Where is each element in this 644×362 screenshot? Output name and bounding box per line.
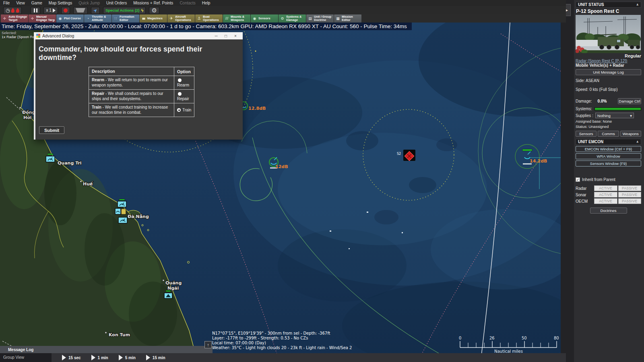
mission-editor-icon: ▦	[335, 17, 341, 21]
formation-editor-button[interactable]: ∷ FormationEditor	[112, 14, 139, 23]
flame-icon-2[interactable]	[16, 8, 19, 13]
mission-editor-button[interactable]: ▦ MissionEditor	[334, 14, 361, 23]
pause-button[interactable]	[31, 7, 40, 14]
mounts-weapons-button[interactable]: /// Mounts &Weapons	[223, 14, 250, 23]
interval-15sec-label: 15 sec	[68, 356, 81, 360]
boat-operations-button[interactable]: ⚓ BoatOperations	[195, 14, 223, 23]
record-button[interactable]	[61, 7, 70, 14]
oecm-passive-button[interactable]: PASSIVE	[618, 198, 642, 204]
interval-15min-label: 15 min	[153, 356, 165, 360]
view-mode-button[interactable]	[73, 7, 88, 14]
panel-gutter: ▶	[561, 0, 574, 362]
plot-course-button[interactable]: ◉ Plot Course	[56, 14, 84, 23]
tab-weapons[interactable]: Weapons	[620, 131, 641, 137]
unit-group-doctrine-button[interactable]: ▤ Unit / GroupDoctrine	[306, 14, 334, 23]
db-label-12: 12dB	[275, 164, 288, 169]
doctrines-button[interactable]: Doctrines	[590, 208, 627, 214]
wra-window-button[interactable]: WRA Window	[576, 153, 641, 159]
message-log-expand-button[interactable]: ↑	[204, 341, 212, 348]
interval-5min-button[interactable]: 5 min	[119, 353, 136, 362]
city-label-dong-hoi: Đồng	[22, 110, 35, 115]
systems-damage-button[interactable]: ⚙ Systems &Damage	[279, 14, 306, 23]
radar-passive-button[interactable]: PASSIVE	[618, 185, 642, 191]
train-radio[interactable]	[177, 108, 181, 112]
manual-engage-target-button[interactable]: ✛ ManualEngage Target	[29, 14, 56, 23]
unit-status-header[interactable]: UNIT STATUS ∧	[576, 2, 641, 8]
city-label-quang-tri: Quang Tri	[58, 160, 82, 166]
aircraft-operations-button[interactable]: ✈ AircraftOperations	[167, 14, 195, 23]
oecm-active-button[interactable]: ACTIVE	[594, 198, 617, 204]
play-small-icon	[62, 355, 66, 360]
unit-speed: Speed: 0 kts (Full Stop)	[576, 87, 641, 92]
info-layer: Layer: -177ft to -299ft - Strength: 0.53…	[212, 336, 308, 340]
flame-icon[interactable]	[11, 8, 14, 13]
interval-1min-button[interactable]: 1 min	[91, 353, 108, 362]
repair-radio[interactable]	[178, 92, 182, 96]
menu-file[interactable]: File	[0, 0, 13, 6]
menu-missions-ref-points[interactable]: Missions + Ref. Points	[130, 0, 176, 6]
sonar-passive-button[interactable]: PASSIVE	[618, 192, 642, 197]
menu-game[interactable]: Game	[28, 0, 45, 6]
interval-15sec-button[interactable]: 15 sec	[62, 353, 81, 362]
supplies-dropdown[interactable]: Nothing ▾	[595, 113, 634, 118]
unit-emcon-header[interactable]: UNIT EMCON ∧	[576, 139, 641, 145]
radar-active-button[interactable]: ACTIVE	[594, 185, 617, 191]
doctrine-icon: ▤	[308, 17, 313, 21]
column-description: Description	[89, 67, 174, 76]
up-arrow-icon: ↑	[207, 342, 209, 347]
sensors-window-button[interactable]: Sensors Window (F9)	[576, 160, 641, 167]
clock-icon[interactable]: ◷	[6, 8, 10, 13]
city-label-quang-ngai-2: Ngãi	[167, 286, 179, 291]
menu-bar: File View Game Map Settings Quick Jump U…	[0, 0, 566, 6]
scale-tick-0: 0	[459, 336, 461, 340]
inherit-checkbox[interactable]: ✓	[576, 177, 580, 182]
tab-sensors[interactable]: Sensors	[576, 131, 597, 137]
close-icon[interactable]: ×	[231, 34, 240, 38]
unit-type: Mobile Vehicle(s) + Radar	[576, 63, 641, 68]
settings-button[interactable]: ⚙	[149, 7, 159, 14]
column-option: Option	[174, 67, 194, 76]
emcon-row-sonar: Sonar ACTIVE PASSIVE	[576, 192, 641, 197]
menu-map-settings[interactable]: Map Settings	[45, 0, 75, 6]
menu-view[interactable]: View	[13, 0, 28, 6]
menu-unit-orders[interactable]: Unit Orders	[103, 0, 130, 6]
group-view-button[interactable]: Group View	[0, 353, 52, 362]
auto-engage-target-button[interactable]: ✛ Auto EngageTarget	[1, 14, 28, 23]
rearm-radio[interactable]	[178, 78, 182, 82]
sensors-button[interactable]: ◉ Sensors	[251, 14, 278, 23]
damage-ctrl-button[interactable]: Damage Ctrl	[618, 98, 641, 104]
time-compression-group[interactable]: ◷	[3, 7, 22, 14]
unit-db-link[interactable]: Radar (Spoon Rest C [P-12])	[576, 59, 641, 63]
city-label-hue: Huế	[83, 181, 93, 187]
minimize-icon[interactable]: ─	[211, 34, 221, 38]
special-actions-button[interactable]: Special Actions (2) ϟ	[103, 7, 146, 14]
submit-button[interactable]: Submit	[39, 126, 64, 134]
speed-button[interactable]: x 1	[43, 7, 58, 14]
sonar-active-button[interactable]: ACTIVE	[594, 192, 617, 197]
tab-comms[interactable]: Comms	[598, 131, 619, 137]
unit-photo	[576, 15, 641, 53]
contact-label: S2	[397, 152, 401, 156]
unit-name: P-12 Spoon Rest C	[576, 8, 641, 14]
aircraft-icon: ✈	[169, 16, 174, 21]
interval-15min-button[interactable]: 15 min	[146, 353, 165, 362]
maximize-icon[interactable]: □	[221, 34, 231, 38]
repair-term: Repair	[92, 91, 104, 96]
table-header-row: Description Option	[89, 67, 194, 76]
menu-help[interactable]: Help	[199, 0, 214, 6]
message-log-bar[interactable]: Message Log	[0, 346, 213, 353]
systems-label: Systems:	[576, 107, 592, 111]
damage-label: Damage:	[576, 99, 592, 103]
play-small-icon-2	[91, 355, 95, 360]
emcon-window-button[interactable]: EMCON Window (Ctrl + F9)	[576, 146, 641, 152]
unit-status-header-label: UNIT STATUS	[578, 2, 604, 7]
unit-status-panel: ▶ UNIT STATUS ∧ P-12 Spoon Rest C	[561, 0, 644, 362]
throttle-altitude-button[interactable]: ◔ Throttle &Altitude	[84, 14, 111, 23]
pause-icon	[34, 8, 35, 12]
dialog-titlebar[interactable]: Advanced Dialog ─ □ ×	[34, 32, 243, 39]
weapons-icon: ///	[224, 17, 229, 21]
dialog-title: Advanced Dialog	[42, 33, 211, 38]
unit-message-log-button[interactable]: Unit Message Log	[576, 69, 641, 75]
magazines-button[interactable]: ▮▮▮ Magazines	[140, 14, 167, 23]
jump-to-button[interactable]: ➤	[91, 7, 100, 14]
